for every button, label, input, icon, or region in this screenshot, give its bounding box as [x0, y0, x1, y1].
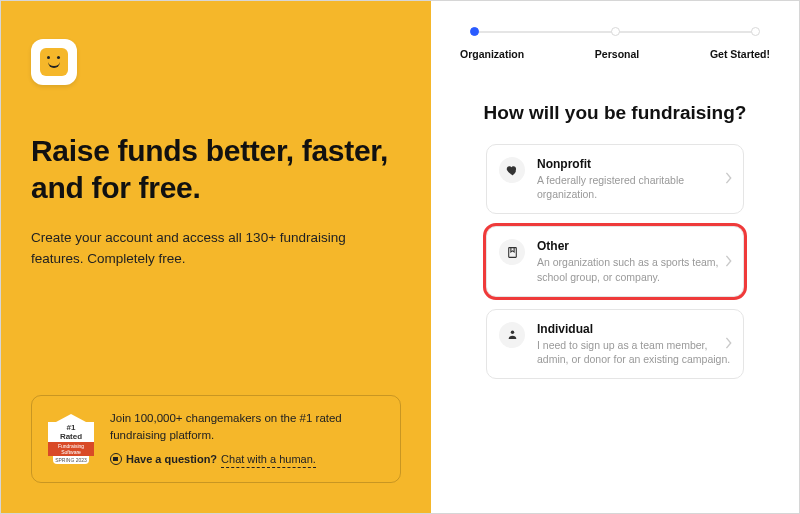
bookmark-icon: [499, 239, 525, 265]
app-frame: Raise funds better, faster, and for free…: [0, 0, 800, 514]
option-desc: An organization such as a sports team, s…: [537, 255, 731, 283]
question-title: How will you be fundraising?: [484, 102, 747, 124]
heart-icon: [499, 157, 525, 183]
promo-card: #1 Rated Fundraising Software SPRING 202…: [31, 395, 401, 483]
step-dot-personal: [611, 27, 620, 36]
option-other[interactable]: Other An organization such as a sports t…: [486, 226, 744, 296]
option-title: Other: [537, 239, 731, 253]
step-dot-get-started: [751, 27, 760, 36]
svg-point-1: [510, 331, 513, 334]
badge-season: SPRING 2023: [53, 456, 89, 464]
logo: [31, 39, 77, 85]
step-label-personal: Personal: [595, 48, 639, 60]
option-nonprofit[interactable]: Nonprofit A federally registered charita…: [486, 144, 744, 214]
chevron-right-icon: [725, 170, 733, 188]
chevron-right-icon: [725, 335, 733, 353]
marketing-panel: Raise funds better, faster, and for free…: [1, 1, 431, 513]
chat-question: Have a question?: [126, 451, 217, 468]
step-labels: Organization Personal Get Started!: [460, 48, 770, 60]
fundraising-options: Nonprofit A federally registered charita…: [486, 144, 744, 379]
chat-link[interactable]: Chat with a human.: [221, 451, 316, 469]
badge-rated: Rated: [48, 433, 94, 442]
person-icon: [499, 322, 525, 348]
option-title: Individual: [537, 322, 731, 336]
logo-face-icon: [40, 48, 68, 76]
progress-stepper: [470, 27, 760, 36]
promo-text-group: Join 100,000+ changemakers on the #1 rat…: [110, 410, 384, 468]
badge-category: Fundraising Software: [48, 442, 94, 456]
option-desc: A federally registered charitable organi…: [537, 173, 731, 201]
svg-rect-0: [508, 247, 516, 257]
option-title: Nonprofit: [537, 157, 731, 171]
chat-prompt[interactable]: Have a question? Chat with a human.: [110, 451, 384, 469]
chevron-right-icon: [725, 253, 733, 271]
step-dot-organization: [470, 27, 479, 36]
promo-text: Join 100,000+ changemakers on the #1 rat…: [110, 410, 384, 445]
option-individual[interactable]: Individual I need to sign up as a team m…: [486, 309, 744, 379]
rating-badge: #1 Rated Fundraising Software SPRING 202…: [48, 414, 94, 465]
headline: Raise funds better, faster, and for free…: [31, 133, 401, 206]
step-label-organization: Organization: [460, 48, 524, 60]
subheadline: Create your account and access all 130+ …: [31, 228, 371, 270]
chat-icon: [110, 453, 122, 465]
option-desc: I need to sign up as a team member, admi…: [537, 338, 731, 366]
step-label-get-started: Get Started!: [710, 48, 770, 60]
signup-panel: Organization Personal Get Started! How w…: [431, 1, 799, 513]
